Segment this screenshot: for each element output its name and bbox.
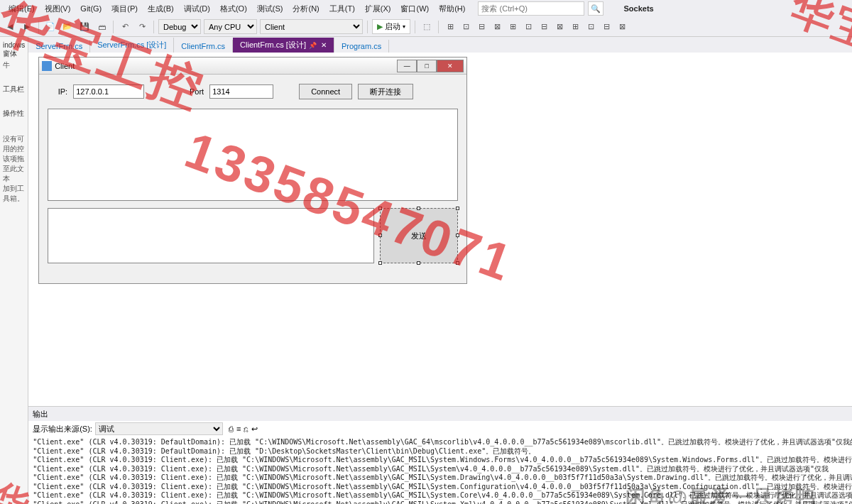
start-debug-button[interactable]: ▶启动▾ xyxy=(372,19,410,34)
global-search-input[interactable] xyxy=(478,1,584,16)
clear-icon[interactable]: ⎙ xyxy=(229,424,234,433)
output-panel: 输出 ▾ 📌 ✕ 显示输出来源(S): 调试 ⎙ ≡ ⎌ ↩ "Client.e… xyxy=(28,406,852,504)
config-project-select[interactable]: Client xyxy=(260,19,363,34)
editor-tab[interactable]: Program.cs xyxy=(334,40,389,53)
separator xyxy=(38,21,39,33)
resize-handle[interactable] xyxy=(378,234,382,237)
message-textbox[interactable] xyxy=(48,208,374,263)
config-debug-select[interactable]: Debug xyxy=(158,19,201,34)
port-input[interactable] xyxy=(209,84,273,99)
editor-tab[interactable]: ClientFrm.cs xyxy=(174,40,233,53)
toolbar: ◀ ▶ 📄 📂 💾 🗃 ↶ ↷ Debug Any CPU Client ▶启动… xyxy=(0,17,852,37)
nav-back-icon[interactable]: ◀ xyxy=(3,20,17,34)
open-icon[interactable]: 📂 xyxy=(60,20,75,34)
connect-button[interactable]: Connect xyxy=(299,84,352,99)
separator xyxy=(113,21,114,33)
align-icon[interactable]: ⊡ xyxy=(584,20,598,34)
align-icon[interactable]: ⊠ xyxy=(552,20,567,34)
resize-handle[interactable] xyxy=(378,261,382,265)
send-button-label: 发送 xyxy=(411,231,427,241)
search-icon[interactable]: 🔍 xyxy=(588,1,604,16)
nav-fwd-icon[interactable]: ▶ xyxy=(20,20,34,34)
app-title: Sockets xyxy=(621,3,656,14)
port-label: Port xyxy=(184,87,204,96)
output-title: 输出 xyxy=(33,409,48,420)
toolbox-group[interactable]: indows 窗体 xyxy=(3,41,25,59)
output-source-select[interactable]: 调试 xyxy=(95,422,223,435)
separator xyxy=(367,21,368,33)
minimize-button[interactable]: — xyxy=(397,60,417,72)
menu-item[interactable]: 项目(P) xyxy=(109,2,141,16)
align-icon[interactable]: ⊟ xyxy=(474,20,488,34)
align-icon[interactable]: ⊟ xyxy=(537,20,551,34)
resize-handle[interactable] xyxy=(456,234,459,237)
editor-tab[interactable]: ServerFrm.cs xyxy=(28,40,90,53)
maximize-button[interactable]: □ xyxy=(417,60,437,72)
resize-handle[interactable] xyxy=(378,207,382,210)
menu-item[interactable]: 分析(N) xyxy=(290,2,322,16)
save-all-icon[interactable]: 🗃 xyxy=(94,20,109,34)
menu-item[interactable]: 视图(V) xyxy=(42,2,74,16)
menu-item[interactable]: 扩展(X) xyxy=(362,2,394,16)
menu-item[interactable]: 帮助(H) xyxy=(436,2,468,16)
menu-item[interactable]: 格式(O) xyxy=(217,2,250,16)
new-icon[interactable]: 📄 xyxy=(43,20,58,34)
send-button-selected[interactable]: 发送 xyxy=(380,208,458,263)
align-icon[interactable]: ⊞ xyxy=(568,20,582,34)
separator xyxy=(438,21,439,33)
editor-tabs: ServerFrm.csServerFrm.cs [设计]ClientFrm.c… xyxy=(28,37,852,53)
toolbox-panel: indows 窗体牛 工具栏 操作性 没有可用的控 该项拖至此文本 加到工具箱。 xyxy=(0,37,28,504)
toggle-icon[interactable]: ⎌ xyxy=(244,424,248,433)
form-titlebar: Client — □ ✕ xyxy=(39,57,466,75)
undo-icon[interactable]: ↶ xyxy=(118,20,132,34)
menu-item[interactable]: 编辑(E) xyxy=(6,2,38,16)
toggle-icon[interactable]: ≡ xyxy=(236,424,241,433)
play-icon: ▶ xyxy=(377,22,383,31)
separator xyxy=(153,21,154,33)
editor-tab[interactable]: ClientFrm.cs [设计]📌✕ xyxy=(233,38,334,53)
align-icon[interactable]: ⊞ xyxy=(443,20,457,34)
toolbox-group[interactable]: 操作性 xyxy=(3,109,25,119)
align-icon[interactable]: ⊡ xyxy=(459,20,473,34)
menu-item[interactable]: 工具(T) xyxy=(327,2,358,16)
toolbox-hint: 没有可用的控 该项拖至此文本 加到工具箱。 xyxy=(3,134,25,204)
align-icon[interactable]: ⊡ xyxy=(521,20,535,34)
log-textbox[interactable] xyxy=(48,109,458,201)
align-icon[interactable]: ⊟ xyxy=(599,20,613,34)
save-icon[interactable]: 💾 xyxy=(77,20,92,34)
pin-icon[interactable]: 📌 xyxy=(309,42,317,49)
menu-item[interactable]: 测试(S) xyxy=(254,2,286,16)
toolbox-item[interactable]: 牛 xyxy=(3,60,25,70)
resize-handle[interactable] xyxy=(456,261,459,265)
menu-item[interactable]: 窗口(W) xyxy=(398,2,432,16)
ip-label: IP: xyxy=(48,87,67,96)
output-text[interactable]: "Client.exe" (CLR v4.0.30319: DefaultDom… xyxy=(28,437,852,504)
align-icon[interactable]: ⊞ xyxy=(506,20,520,34)
ip-input[interactable] xyxy=(73,84,144,99)
form-icon xyxy=(42,61,52,71)
toolbox-group[interactable]: 工具栏 xyxy=(3,84,25,94)
menu-item[interactable]: Git(G) xyxy=(77,3,104,14)
close-icon[interactable]: ✕ xyxy=(321,41,327,49)
redo-icon[interactable]: ↷ xyxy=(135,20,149,34)
disconnect-button[interactable]: 断开连接 xyxy=(358,84,413,99)
designer-form-client[interactable]: Client — □ ✕ IP: Port Con xyxy=(38,57,467,284)
editor-tab[interactable]: ServerFrm.cs [设计] xyxy=(90,38,174,53)
align-icon[interactable]: ⊠ xyxy=(490,20,504,34)
wrap-icon[interactable]: ↩ xyxy=(251,424,258,434)
align-icon[interactable]: ⊠ xyxy=(615,20,629,34)
menu-item[interactable]: 调试(D) xyxy=(181,2,213,16)
designer-surface[interactable]: Client — □ ✕ IP: Port Con xyxy=(28,53,852,406)
separator xyxy=(415,21,415,33)
close-button[interactable]: ✕ xyxy=(437,60,464,72)
menu-bar: 编辑(E)视图(V)Git(G)项目(P)生成(B)调试(D)格式(O)测试(S… xyxy=(0,0,852,17)
form-title: Client xyxy=(55,62,397,70)
tool-icon[interactable]: ⬚ xyxy=(420,20,434,34)
resize-handle[interactable] xyxy=(456,207,459,210)
output-source-label: 显示输出来源(S): xyxy=(33,424,92,434)
resize-handle[interactable] xyxy=(417,207,420,210)
config-cpu-select[interactable]: Any CPU xyxy=(204,19,257,34)
menu-item[interactable]: 生成(B) xyxy=(145,2,177,16)
resize-handle[interactable] xyxy=(417,261,420,265)
